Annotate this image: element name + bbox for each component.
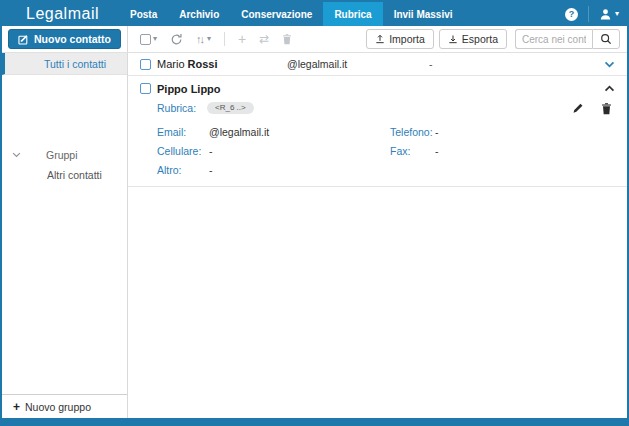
groups-label: Gruppi <box>46 149 78 161</box>
sidebar-item-groups[interactable]: Gruppi <box>2 145 127 165</box>
contact-actions <box>572 102 615 115</box>
import-label: Importa <box>389 33 425 45</box>
contact-name: Pippo Lippo <box>157 83 287 95</box>
contact-fields: Email: @legalmail.it Telefono: - Cellula… <box>157 126 615 176</box>
new-group-label: Nuovo gruppo <box>25 401 91 413</box>
user-icon <box>599 8 612 21</box>
contact-row-pippo-lippo[interactable]: Pippo Lippo <box>128 76 627 97</box>
tab-conservazione[interactable]: Conservazione <box>230 2 323 26</box>
new-contact-label: Nuovo contatto <box>34 33 111 45</box>
contact-email: @legalmail.it <box>287 58 429 70</box>
contact-first-name: Mario <box>157 58 185 70</box>
rubrica-tag-badge: <R_6 ..> <box>207 102 254 114</box>
legalmail-logo: Legalmail <box>2 2 119 26</box>
refresh-button[interactable] <box>170 33 183 46</box>
plus-icon: + <box>13 400 20 414</box>
toolbar-right-section: Importa Esporta <box>366 29 627 49</box>
add-to-group-button[interactable]: + <box>238 31 246 47</box>
contact-first-name: Pippo <box>157 83 188 95</box>
contacts-sidebar: Tutti i contatti Gruppi Altri contatti +… <box>2 53 128 418</box>
telefono-value: - <box>435 126 615 138</box>
cellulare-value: - <box>209 145 390 157</box>
user-menu-button[interactable]: ▾ <box>599 8 619 21</box>
toolbar-icon-group: ▾ ↑↓ ▾ + ⇄ <box>128 31 292 47</box>
cellulare-label: Cellulare: <box>157 145 209 157</box>
export-icon <box>448 34 458 44</box>
contact-last-name: Lippo <box>191 83 221 95</box>
expand-chevron-down-icon[interactable] <box>604 61 615 68</box>
topbar-right-controls: ? ▾ <box>565 2 627 26</box>
contact-name: Mario Rossi <box>157 58 287 70</box>
contact-detail-header: Rubrica: <R_6 ..> <box>157 99 615 117</box>
toolbar-separator <box>224 32 225 46</box>
tab-invii-massivi[interactable]: Invii Massivi <box>383 2 464 26</box>
tab-posta[interactable]: Posta <box>119 2 168 26</box>
swap-arrows-icon: ⇄ <box>259 32 269 46</box>
import-icon <box>375 34 385 44</box>
delete-trash-icon[interactable] <box>601 102 612 115</box>
new-contact-button[interactable]: Nuovo contatto <box>8 29 121 49</box>
sidebar-spacer <box>2 75 127 145</box>
email-label: Email: <box>157 126 209 138</box>
fax-value: - <box>435 145 615 157</box>
chevron-down-icon <box>12 152 21 158</box>
select-all-caret-icon: ▾ <box>153 35 157 43</box>
rubrica-label: Rubrica: <box>157 102 207 114</box>
search-icon <box>600 33 612 45</box>
top-navigation-bar: Legalmail Posta Archivio Conservazione R… <box>2 2 627 26</box>
new-group-button[interactable]: + Nuovo gruppo <box>2 394 127 418</box>
toolbar-left-section: Nuovo contatto <box>2 26 128 52</box>
tab-archivio[interactable]: Archivio <box>168 2 230 26</box>
import-button[interactable]: Importa <box>366 29 434 49</box>
delete-contact-button[interactable] <box>282 33 292 45</box>
fax-label: Fax: <box>390 145 435 157</box>
page-body: Tutti i contatti Gruppi Altri contatti +… <box>2 53 627 418</box>
export-label: Esporta <box>462 33 498 45</box>
sort-caret-icon: ▾ <box>207 35 211 43</box>
select-all-dropdown[interactable]: ▾ <box>140 34 157 45</box>
legalmail-window: Legalmail Posta Archivio Conservazione R… <box>0 0 629 426</box>
user-caret-icon: ▾ <box>615 10 619 18</box>
contact-list: Mario Rossi @legalmail.it - Pippo Lippo <box>128 53 627 418</box>
collapse-chevron-up-icon[interactable] <box>604 85 615 92</box>
select-all-checkbox-icon <box>140 34 151 45</box>
sort-dropdown[interactable]: ↑↓ ▾ <box>196 33 211 45</box>
search-button[interactable] <box>592 29 620 49</box>
altro-label: Altro: <box>157 164 209 176</box>
contact-detail-panel: Rubrica: <R_6 ..> <box>128 97 627 187</box>
search-input[interactable] <box>515 29 592 49</box>
topbar-divider <box>588 6 589 22</box>
contact-phone: - <box>429 58 433 70</box>
contact-checkbox[interactable] <box>140 59 151 70</box>
refresh-icon <box>170 33 183 46</box>
contact-checkbox[interactable] <box>140 83 151 94</box>
contact-row-mario-rossi[interactable]: Mario Rossi @legalmail.it - <box>128 53 627 76</box>
plus-icon: + <box>238 31 246 47</box>
main-nav-tabs: Posta Archivio Conservazione Rubrica Inv… <box>119 2 464 26</box>
telefono-label: Telefono: <box>390 126 435 138</box>
trash-icon <box>282 33 292 45</box>
export-button[interactable]: Esporta <box>439 29 507 49</box>
move-contact-button[interactable]: ⇄ <box>259 32 269 46</box>
contacts-toolbar: Nuovo contatto ▾ ↑↓ ▾ <box>2 26 627 53</box>
edit-pencil-icon[interactable] <box>572 102 584 114</box>
sidebar-item-other-contacts[interactable]: Altri contatti <box>2 165 127 185</box>
contact-last-name: Rossi <box>188 58 218 70</box>
email-value: @legalmail.it <box>209 126 390 138</box>
sidebar-item-all-contacts[interactable]: Tutti i contatti <box>2 53 127 75</box>
altro-value: - <box>209 164 390 176</box>
help-icon[interactable]: ? <box>565 8 578 21</box>
tab-rubrica[interactable]: Rubrica <box>323 2 382 26</box>
bottom-accent-bar <box>2 418 627 424</box>
compose-icon <box>18 34 29 45</box>
sort-icon: ↑↓ <box>196 33 205 45</box>
contact-search-group <box>515 29 620 49</box>
